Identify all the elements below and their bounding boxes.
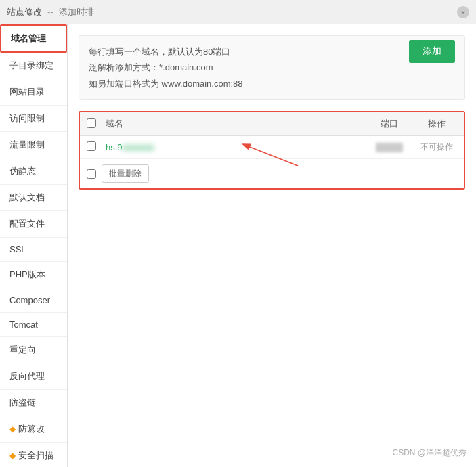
diamond-icon: ◆ bbox=[9, 424, 16, 434]
info-line3: 如另加端口格式为 www.domain.com:88 bbox=[89, 76, 455, 91]
close-icon: × bbox=[461, 8, 465, 16]
sidebar-item-composer[interactable]: Composer bbox=[0, 288, 67, 313]
sidebar-label-proxy: 反向代理 bbox=[9, 371, 45, 381]
domain-cell: hs.9●●●●●● bbox=[106, 142, 362, 152]
col-header-port: 端口 bbox=[362, 118, 416, 130]
sidebar-item-subdir[interactable]: 子目录绑定 bbox=[0, 53, 67, 79]
info-line2: 泛解析添加方式：*.domain.com bbox=[89, 60, 455, 75]
add-domain-button[interactable]: 添加 bbox=[409, 40, 455, 63]
sidebar-item-access[interactable]: 访问限制 bbox=[0, 106, 67, 132]
top-bar-separator: -- bbox=[47, 7, 53, 17]
diamond-icon: ◆ bbox=[9, 451, 16, 460]
sidebar-label-subdir: 子目录绑定 bbox=[9, 60, 53, 70]
col-header-domain: 域名 bbox=[106, 118, 362, 130]
batch-bar: 批量删除 bbox=[80, 159, 464, 188]
sidebar-item-ssl[interactable]: SSL bbox=[0, 238, 67, 262]
content-area: 添加 每行填写一个域名，默认认为80端口 泛解析添加方式：*.domain.co… bbox=[68, 24, 476, 467]
sidebar-item-defaultdoc[interactable]: 默认文档 bbox=[0, 185, 67, 211]
sidebar-item-configfile[interactable]: 配置文件 bbox=[0, 211, 67, 238]
table-header-row: 域名 端口 操作 bbox=[80, 112, 464, 136]
sidebar-label-hotlink: 防盗链 bbox=[9, 397, 36, 407]
sidebar-label-ssl: SSL bbox=[9, 244, 26, 254]
sidebar-label-domain: 域名管理 bbox=[11, 33, 46, 43]
top-bar-subtitle: 添加时排 bbox=[59, 6, 94, 18]
info-line1: 每行填写一个域名，默认认为80端口 bbox=[89, 44, 455, 60]
port-cell bbox=[362, 142, 416, 153]
sidebar-item-proxy[interactable]: 反向代理 bbox=[0, 363, 67, 390]
batch-checkbox[interactable] bbox=[87, 169, 96, 179]
sidebar-label-traffic: 流量限制 bbox=[9, 139, 45, 150]
top-bar-title: 站点修改 bbox=[7, 6, 42, 18]
info-box: 添加 每行填写一个域名，默认认为80端口 泛解析添加方式：*.domain.co… bbox=[79, 35, 465, 100]
sidebar: 域名管理子目录绑定网站目录访问限制流量限制伪静态默认文档配置文件SSLPHP版本… bbox=[0, 24, 68, 467]
sidebar-item-domain[interactable]: 域名管理 bbox=[0, 24, 67, 53]
sidebar-item-traffic[interactable]: 流量限制 bbox=[0, 132, 67, 158]
sidebar-label-pseudo: 伪静态 bbox=[9, 166, 36, 176]
sidebar-item-scan[interactable]: ◆安全扫描 bbox=[0, 443, 67, 467]
sidebar-item-sitedir[interactable]: 网站目录 bbox=[0, 79, 67, 106]
sidebar-item-php[interactable]: PHP版本 bbox=[0, 262, 67, 288]
sidebar-item-tamper[interactable]: ◆防篡改 bbox=[0, 416, 67, 443]
select-all-checkbox[interactable] bbox=[87, 118, 96, 128]
top-bar: 站点修改 -- 添加时排 × bbox=[0, 0, 476, 24]
sidebar-item-redirect[interactable]: 重定向 bbox=[0, 337, 67, 363]
sidebar-label-tamper: 防篡改 bbox=[18, 423, 45, 435]
sidebar-label-redirect: 重定向 bbox=[9, 344, 36, 355]
sidebar-item-tomcat[interactable]: Tomcat bbox=[0, 313, 67, 337]
domain-table-section: 域名 端口 操作 hs.9●●●●●● 不可操作 bbox=[79, 111, 465, 190]
sidebar-item-pseudo[interactable]: 伪静态 bbox=[0, 158, 67, 185]
action-cell: 不可操作 bbox=[416, 141, 457, 153]
sidebar-label-php: PHP版本 bbox=[9, 269, 45, 280]
col-header-action: 操作 bbox=[416, 118, 457, 130]
sidebar-label-scan: 安全扫描 bbox=[18, 449, 53, 462]
sidebar-label-sitedir: 网站目录 bbox=[9, 87, 45, 97]
watermark: CSDN @洋洋超优秀 bbox=[392, 447, 467, 459]
batch-delete-button[interactable]: 批量删除 bbox=[102, 164, 149, 183]
sidebar-item-hotlink[interactable]: 防盗链 bbox=[0, 390, 67, 416]
sidebar-label-tomcat: Tomcat bbox=[9, 319, 38, 330]
close-button[interactable]: × bbox=[457, 6, 469, 18]
sidebar-label-composer: Composer bbox=[9, 295, 50, 305]
sidebar-label-configfile: 配置文件 bbox=[9, 219, 45, 229]
row-checkbox[interactable] bbox=[87, 141, 96, 151]
sidebar-label-defaultdoc: 默认文档 bbox=[9, 192, 45, 202]
sidebar-label-access: 访问限制 bbox=[9, 113, 45, 123]
table-row: hs.9●●●●●● 不可操作 bbox=[80, 136, 464, 159]
